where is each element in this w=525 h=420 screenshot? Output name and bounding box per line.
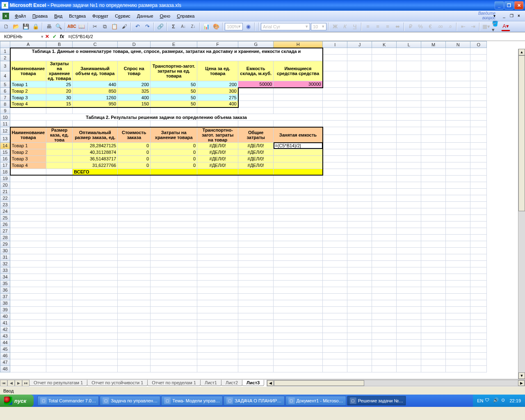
cell[interactable]: [73, 326, 118, 333]
cell[interactable]: [470, 101, 487, 107]
cell[interactable]: [274, 254, 323, 260]
cell[interactable]: [151, 293, 197, 300]
cell[interactable]: [118, 241, 151, 247]
row-header-6[interactable]: 6: [0, 88, 10, 94]
cell[interactable]: [238, 101, 274, 107]
cell[interactable]: [470, 195, 487, 201]
cell[interactable]: [118, 247, 151, 254]
cell[interactable]: [323, 320, 347, 326]
insert-function-button[interactable]: fx: [58, 34, 66, 39]
cell[interactable]: [46, 339, 73, 346]
cell[interactable]: [372, 114, 397, 121]
cell[interactable]: [10, 346, 46, 352]
cell[interactable]: [470, 346, 487, 352]
cell[interactable]: [421, 254, 446, 260]
cell[interactable]: [397, 94, 421, 101]
cell[interactable]: [397, 326, 421, 333]
cell[interactable]: [347, 169, 372, 175]
cell[interactable]: [347, 241, 372, 247]
cell[interactable]: [10, 221, 46, 228]
cell[interactable]: [73, 352, 118, 359]
sort-desc-button[interactable]: Z↓: [189, 22, 198, 31]
cell[interactable]: [397, 195, 421, 201]
cell[interactable]: [197, 352, 238, 359]
cell[interactable]: [323, 188, 347, 195]
clock[interactable]: 22:19: [509, 398, 521, 403]
cell[interactable]: [470, 81, 487, 88]
cell[interactable]: [421, 333, 446, 339]
cell[interactable]: [421, 71, 446, 81]
open-button[interactable]: 📂: [11, 22, 21, 31]
cell[interactable]: [421, 228, 446, 234]
cell[interactable]: [238, 94, 274, 101]
cell[interactable]: [238, 359, 274, 365]
cell[interactable]: [10, 247, 46, 254]
cell[interactable]: [470, 135, 487, 142]
row-header-40[interactable]: 40: [0, 313, 10, 320]
row-header-36[interactable]: 36: [0, 287, 10, 293]
cell[interactable]: [446, 88, 470, 94]
column-header-I[interactable]: I: [323, 41, 347, 48]
formula-cancel-button[interactable]: ✕: [43, 34, 51, 39]
cell[interactable]: [397, 48, 421, 55]
cell[interactable]: [421, 260, 446, 267]
cell[interactable]: [323, 142, 347, 149]
row-header-15[interactable]: 15: [0, 149, 10, 155]
cell[interactable]: [274, 88, 323, 94]
scroll-left-button[interactable]: ◀: [267, 380, 274, 386]
cell[interactable]: [151, 313, 197, 320]
cell[interactable]: [397, 280, 421, 287]
row-header-13[interactable]: 13: [0, 135, 10, 142]
column-header-J[interactable]: J: [347, 41, 372, 48]
cell[interactable]: [238, 365, 274, 372]
row-header-11[interactable]: 11: [0, 121, 10, 127]
column-header-L[interactable]: L: [397, 41, 421, 48]
cell[interactable]: [274, 287, 323, 293]
help-button[interactable]: ◉: [244, 22, 253, 31]
cell[interactable]: [151, 188, 197, 195]
cell[interactable]: [397, 228, 421, 234]
cell[interactable]: [118, 201, 151, 208]
cell[interactable]: [372, 55, 397, 61]
cell[interactable]: [470, 71, 487, 81]
cell[interactable]: [323, 254, 347, 260]
row-header-34[interactable]: 34: [0, 274, 10, 280]
cell[interactable]: [10, 333, 46, 339]
cell[interactable]: [10, 280, 46, 287]
row-header-33[interactable]: 33: [0, 267, 10, 274]
cell[interactable]: [397, 306, 421, 313]
cell[interactable]: [397, 313, 421, 320]
cell[interactable]: [372, 188, 397, 195]
italic-button[interactable]: К: [340, 22, 349, 31]
row-header-42[interactable]: 42: [0, 326, 10, 333]
cell[interactable]: [323, 221, 347, 228]
cell[interactable]: [118, 267, 151, 274]
cell[interactable]: [323, 280, 347, 287]
cell[interactable]: [323, 94, 347, 101]
column-header-B[interactable]: B: [46, 41, 73, 48]
cell[interactable]: [197, 260, 238, 267]
cell[interactable]: [46, 293, 73, 300]
cell[interactable]: [446, 300, 470, 306]
row-header-2[interactable]: 2: [0, 55, 10, 61]
cell[interactable]: [347, 127, 372, 135]
cell[interactable]: [151, 215, 197, 221]
cell[interactable]: [323, 267, 347, 274]
cell[interactable]: [421, 267, 446, 274]
cell[interactable]: [446, 333, 470, 339]
cell[interactable]: [10, 313, 46, 320]
cell[interactable]: [372, 274, 397, 280]
cell[interactable]: [470, 107, 487, 114]
cell[interactable]: [446, 228, 470, 234]
cut-button[interactable]: ✂: [90, 22, 99, 31]
cell[interactable]: [470, 280, 487, 287]
cell[interactable]: [73, 188, 118, 195]
cell[interactable]: [73, 346, 118, 352]
cell[interactable]: [397, 135, 421, 142]
cell[interactable]: [46, 221, 73, 228]
row-header-20[interactable]: 20: [0, 182, 10, 188]
cell[interactable]: [151, 320, 197, 326]
cell[interactable]: [238, 215, 274, 221]
cell[interactable]: [421, 234, 446, 241]
cell[interactable]: [347, 94, 372, 101]
